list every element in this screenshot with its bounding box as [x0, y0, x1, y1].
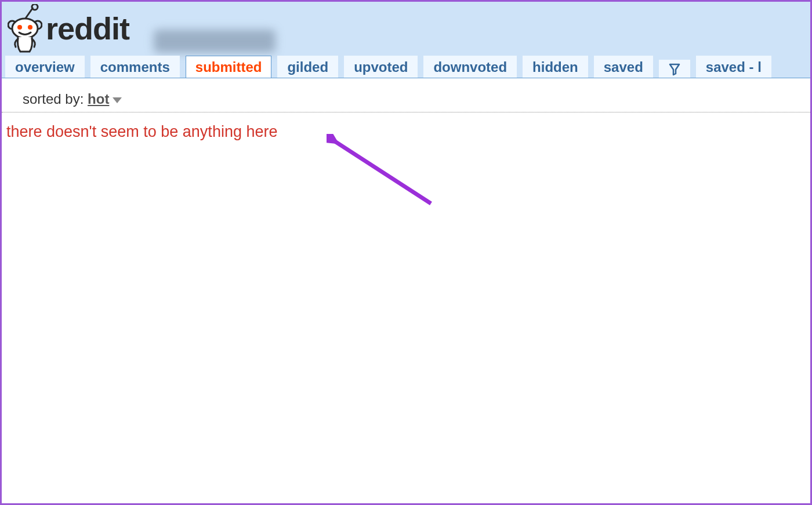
profile-tabs: overview comments submitted gilded upvot… [5, 56, 810, 78]
tab-filter[interactable] [659, 60, 690, 78]
site-header: reddit overview comments submitted gilde… [2, 2, 810, 78]
tab-submitted[interactable]: submitted [186, 56, 272, 78]
tab-gilded[interactable]: gilded [277, 56, 338, 78]
empty-state-message: there doesn't seem to be anything here [2, 112, 810, 141]
username-redacted [154, 30, 276, 53]
sort-prefix: sorted by: [23, 91, 88, 107]
tab-downvoted[interactable]: downvoted [423, 56, 517, 78]
logo[interactable]: reddit [8, 4, 129, 53]
annotation-arrow-icon [327, 134, 443, 215]
svg-point-5 [17, 25, 22, 30]
svg-point-1 [32, 4, 38, 10]
sort-value: hot [88, 91, 109, 107]
tab-hidden[interactable]: hidden [523, 56, 588, 78]
sort-bar: sorted by: hot [2, 78, 810, 112]
tab-overview[interactable]: overview [5, 56, 85, 78]
svg-point-6 [28, 25, 32, 30]
tab-upvoted[interactable]: upvoted [344, 56, 418, 78]
caret-down-icon [113, 97, 122, 103]
sort-dropdown[interactable]: hot [88, 91, 109, 107]
filter-icon [668, 62, 682, 76]
tab-saved-links[interactable]: saved - l [696, 56, 771, 78]
tab-comments[interactable]: comments [90, 56, 180, 78]
reddit-alien-icon [8, 4, 42, 53]
wordmark: reddit [46, 10, 129, 46]
tab-saved[interactable]: saved [594, 56, 653, 78]
svg-line-7 [332, 140, 431, 204]
page-frame: reddit overview comments submitted gilde… [0, 0, 812, 505]
